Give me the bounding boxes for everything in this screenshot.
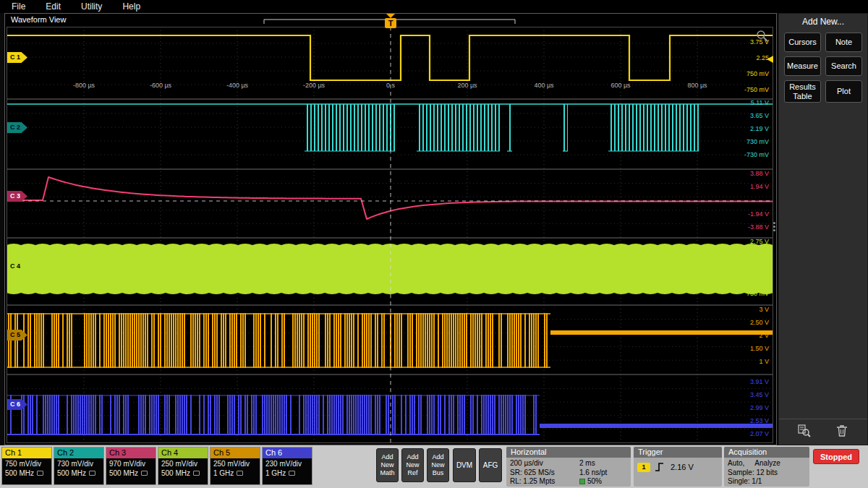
horizontal-badge[interactable]: Horizontal 200 µs/div 2 ms SR: 625 MS/s …	[506, 447, 631, 487]
horizontal-sample-rate: SR: 625 MS/s	[510, 468, 579, 478]
horizontal-title: Horizontal	[506, 447, 631, 458]
trigger-level: 2.16 V	[671, 463, 694, 472]
trash-icon	[835, 424, 849, 438]
menu-utility[interactable]: Utility	[81, 1, 102, 12]
acquisition-single: Single: 1/1	[728, 477, 806, 487]
channel-vdiv: 750 mV/div	[2, 458, 51, 468]
scale-label: 2.19 V	[750, 125, 769, 132]
add-new-panel: Add New... CursorsNoteMeasureSearchResul…	[778, 13, 868, 445]
results-footer	[779, 419, 867, 445]
delete-button[interactable]	[829, 422, 855, 442]
scale-label: 1.50 V	[750, 345, 769, 352]
scale-label: 730 mV	[746, 138, 769, 145]
horizontal-record-length: RL: 1.25 Mpts	[510, 477, 579, 487]
channel-bandwidth: 500 MHz	[158, 468, 208, 477]
svg-text:T: T	[388, 19, 393, 27]
time-axis-label: 800 µs	[676, 82, 719, 89]
horizontal-scale: 200 µs/div	[510, 459, 579, 468]
position-indicator-icon	[579, 479, 585, 484]
add-new-plot-button[interactable]: Plot	[825, 80, 862, 103]
add-new-note-button[interactable]: Note	[825, 33, 862, 52]
channel-vdiv: 970 mV/div	[106, 458, 156, 468]
channel-badge-2[interactable]: Ch 2730 mV/div500 MHz	[54, 447, 104, 485]
acquisition-title: Acquisition	[724, 447, 809, 458]
acquisition-badge[interactable]: Acquisition Auto, Analyze Sample: 12 bit…	[724, 447, 809, 487]
add-new-cursors-button[interactable]: Cursors	[784, 33, 821, 52]
channel-badge-6[interactable]: Ch 6230 mV/div1 GHz	[262, 447, 312, 485]
bandwidth-limit-icon	[289, 471, 295, 476]
channel-badge-label: Ch 6	[263, 448, 312, 458]
add-new-search-button[interactable]: Search	[825, 56, 862, 76]
channel-badge-label: Ch 3	[106, 448, 156, 458]
scale-label: 5.11 V	[751, 99, 769, 106]
scale-label: 2.50 V	[750, 319, 769, 326]
time-axis-label: -800 µs	[62, 82, 106, 89]
scale-label: -3.88 V	[748, 223, 769, 231]
channel-bandwidth: 1 GHz	[263, 468, 312, 477]
dvm-button[interactable]: DVM	[453, 448, 476, 482]
scale-label: 1.94 V	[750, 183, 769, 190]
scale-label: 750 mV	[746, 290, 769, 297]
trigger-level-arrow[interactable]	[767, 56, 773, 63]
acquisition-analyze: Analyze	[754, 459, 780, 468]
channel-vdiv: 250 mV/div	[210, 458, 260, 468]
add-new-math-button[interactable]: AddNewMath	[376, 448, 399, 482]
bandwidth-limit-icon	[237, 471, 243, 476]
scale-label: 2.25 V	[750, 251, 769, 258]
scale-label: -730 mV	[744, 151, 769, 158]
menu-help[interactable]: Help	[122, 1, 140, 12]
add-new-measure-button[interactable]: Measure	[784, 56, 821, 76]
time-axis-label: 400 µs	[522, 82, 566, 89]
zoom-results-button[interactable]	[791, 422, 817, 442]
menu-file[interactable]: File	[12, 1, 25, 12]
scale-label: 3.88 V	[750, 170, 769, 177]
scale-label: 2.07 V	[750, 430, 769, 437]
channel-vdiv: 230 mV/div	[263, 458, 312, 468]
bandwidth-limit-icon	[37, 471, 43, 476]
scale-label: 3.91 V	[750, 378, 769, 385]
channel-badge-label: Ch 5	[210, 448, 260, 458]
trigger-position-marker[interactable]: T	[385, 14, 396, 28]
waveform-canvas[interactable]	[7, 27, 773, 443]
add-new-title: Add New...	[779, 17, 867, 27]
scale-label: 3.45 V	[750, 391, 769, 398]
channel-badge-4[interactable]: Ch 4250 mV/div500 MHz	[158, 447, 208, 485]
bandwidth-limit-icon	[193, 471, 200, 476]
time-axis-label: 0 s	[369, 82, 412, 89]
channel-bandwidth: 1 GHz	[210, 468, 260, 477]
scale-label: 1.75 V	[750, 264, 769, 271]
waveform-plot[interactable]: -800 µs-600 µs-400 µs-200 µs0 s200 µs400…	[7, 27, 773, 443]
trigger-badge[interactable]: Trigger 1 2.16 V	[634, 447, 722, 487]
channel-badge-5[interactable]: Ch 5250 mV/div1 GHz	[210, 447, 260, 485]
time-axis-label: 600 µs	[599, 82, 642, 89]
zoom-overview-bar[interactable]: T	[5, 14, 778, 31]
menu-edit[interactable]: Edit	[46, 1, 61, 12]
scale-label: 750 mV	[746, 70, 769, 77]
channel-badge-3[interactable]: Ch 3970 mV/div500 MHz	[106, 447, 156, 485]
stopped-button[interactable]: Stopped	[813, 449, 859, 464]
acquisition-sample: Sample: 12 bits	[728, 468, 806, 478]
scale-label: 2.75 V	[750, 238, 769, 245]
channel-bandwidth: 500 MHz	[106, 468, 156, 477]
magnifier-icon	[797, 424, 812, 438]
add-new-results-table-button[interactable]: Results Table	[784, 80, 821, 103]
menu-bar: FileEditUtilityHelp	[0, 0, 868, 13]
add-new-bus-button[interactable]: AddNewBus	[427, 448, 449, 482]
bandwidth-limit-icon	[141, 471, 148, 476]
horizontal-window: 2 ms	[579, 459, 595, 468]
horizontal-resolution: 1.6 ns/pt	[579, 468, 607, 478]
scale-label: 2.53 V	[750, 417, 769, 424]
channel-vdiv: 730 mV/div	[54, 458, 103, 468]
scale-label: -1.94 V	[748, 210, 769, 218]
add-new-ref-button[interactable]: AddNewRef	[401, 448, 424, 482]
panel-drag-handle[interactable]	[773, 221, 775, 233]
channel-badge-1[interactable]: Ch 1750 mV/div500 MHz	[1, 447, 52, 485]
acquisition-mode: Auto,	[728, 459, 744, 468]
zoom-icon[interactable]	[756, 30, 769, 43]
trigger-source-badge: 1	[637, 463, 650, 472]
channel-bandwidth: 500 MHz	[2, 468, 51, 477]
scale-label: 1 V	[759, 358, 769, 365]
rising-edge-icon	[655, 462, 666, 472]
afg-button[interactable]: AFG	[479, 448, 502, 482]
channel-badge-label: Ch 4	[158, 448, 208, 458]
